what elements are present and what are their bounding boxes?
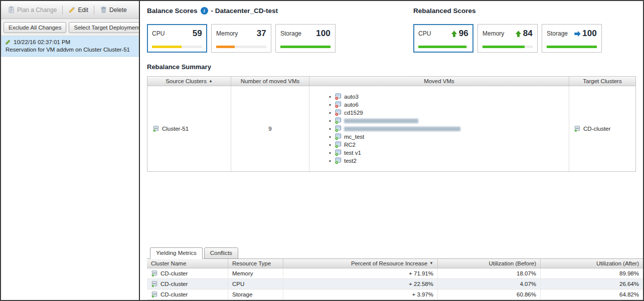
rebalanced-cpu-card[interactable]: CPU 96 (413, 24, 473, 53)
yielding-metrics-table: Cluster Name Resource Type Percent of Re… (147, 258, 643, 300)
plan-a-change-label: Plan a Change (17, 7, 57, 14)
content-spacer (140, 172, 643, 247)
toolbar-separator (62, 6, 63, 15)
cluster-name-cell: CD-cluster (147, 279, 228, 289)
column-header-target-clusters[interactable]: Target Clusters (569, 77, 635, 86)
redacted-vm-name (344, 127, 460, 131)
change-icon (5, 39, 12, 45)
score-bar-track (482, 46, 533, 48)
sidebar-toolbar: Plan a Change Edit Delete (1, 1, 139, 19)
delete-button[interactable]: Delete (96, 4, 130, 16)
arrow-up-icon (450, 30, 458, 38)
balance-storage-card[interactable]: Storage 100 (275, 24, 336, 53)
edit-label: Edit (78, 7, 88, 14)
column-header-moved-vms[interactable]: Moved VMs (309, 77, 569, 86)
rebalanced-storage-card[interactable]: Storage 100 (542, 24, 602, 53)
utilization-before-cell: 4.07% (438, 279, 541, 289)
vm-name: cd1529 (344, 110, 363, 116)
card-value: 37 (257, 29, 266, 39)
vm-name: test2 (344, 158, 357, 164)
metrics-tabs: Yielding Metrics Conflicts (140, 247, 643, 259)
balance-memory-card[interactable]: Memory 37 (211, 24, 271, 53)
resource-type-cell: CPU (228, 279, 283, 289)
score-bar (482, 46, 525, 48)
rebalanced-memory-card[interactable]: Memory 84 (477, 24, 538, 53)
column-header-moved-count[interactable]: Number of moved VMs (231, 77, 309, 86)
moved-vms-cell: • auto3 • auto6 • cd1529 (309, 86, 569, 171)
metrics-row[interactable]: CD-cluster CPU + 22.58% 4.07% 26.64% (147, 279, 643, 289)
trash-icon (100, 6, 107, 14)
card-label: Memory (482, 30, 504, 37)
card-value: 96 (459, 29, 468, 39)
percent-increase-cell: + 71.91% (283, 268, 438, 278)
rebalance-summary-table: Source Clusters ▲ Number of moved VMs Mo… (147, 76, 636, 172)
arrow-right-icon (574, 30, 581, 38)
score-bar-track (280, 46, 331, 48)
tab-yielding-metrics[interactable]: Yielding Metrics (150, 247, 203, 259)
column-header-percent-increase[interactable]: Percent of Resource Increase ▼ (283, 259, 438, 268)
card-value: 84 (523, 29, 533, 39)
vm-icon (335, 125, 342, 132)
tab-conflicts[interactable]: Conflicts (204, 247, 238, 259)
cluster-name: CD-cluster (160, 291, 188, 297)
column-header-utilization-before[interactable]: Utilization (Before) (438, 259, 541, 268)
rebalanced-score-cards: CPU 96 Memory 84 (413, 24, 602, 53)
score-bar-track (418, 46, 468, 48)
cluster-icon (151, 280, 158, 287)
plan-a-change-button[interactable]: Plan a Change (4, 4, 60, 16)
card-value: 100 (316, 29, 331, 39)
column-header-resource-type[interactable]: Resource Type (228, 259, 283, 268)
vm-name: auto6 (344, 102, 359, 108)
vm-name: RC2 (344, 142, 356, 148)
sidebar: Plan a Change Edit Delete Exclude All Ch… (1, 1, 140, 300)
vm-icon (335, 141, 342, 148)
toolbar-separator (94, 6, 94, 15)
vm-list-item: • test v1 (328, 149, 569, 157)
score-bar-track (152, 46, 202, 48)
metrics-row[interactable]: CD-cluster Memory + 71.91% 18.07% 89.98% (147, 268, 643, 279)
card-label: CPU (418, 30, 431, 37)
column-header-utilization-after[interactable]: Utilization (After) (541, 259, 643, 268)
vm-list-item-redacted: • (328, 125, 569, 133)
cluster-icon (152, 125, 159, 132)
delete-label: Delete (109, 7, 127, 14)
vm-list-item-redacted: • (328, 117, 569, 125)
percent-increase-cell: + 22.58% (283, 279, 438, 289)
cluster-name: CD-cluster (160, 270, 188, 276)
info-icon[interactable]: i (201, 7, 208, 15)
select-target-deployment-button[interactable]: Select Target Deployment Da (69, 22, 139, 33)
vm-icon (335, 133, 342, 140)
exclude-all-changes-button[interactable]: Exclude All Changes (4, 22, 66, 33)
rebalanced-scores-title: Rebalanced Scores (413, 7, 476, 15)
column-header-cluster-name[interactable]: Cluster Name (147, 259, 228, 268)
card-label: Storage (547, 30, 568, 37)
balance-cpu-card[interactable]: CPU 59 (147, 24, 207, 53)
utilization-after-cell: 89.98% (541, 268, 643, 278)
utilization-after-cell: 26.64% (541, 279, 643, 289)
vm-icon (335, 157, 342, 164)
card-label: Storage (280, 30, 301, 37)
vm-icon (335, 117, 342, 124)
moved-vm-count-cell: 9 (231, 86, 309, 171)
edit-button[interactable]: Edit (65, 4, 92, 16)
cluster-icon (151, 270, 158, 277)
summary-table-row[interactable]: Cluster-51 9 • auto3 • auto6 (147, 86, 635, 171)
sort-descending-icon: ▼ (429, 261, 433, 265)
scores-header: Balance Scores i - Datacenter_CD-test Re… (140, 6, 643, 16)
change-list-item-selected[interactable]: 10/22/16 02:37:01 PM Reservation for VM … (1, 36, 139, 57)
card-value: 59 (193, 29, 202, 39)
rebalance-summary-title: Rebalance Summary (147, 63, 643, 71)
vm-icon (335, 149, 342, 156)
score-bar (418, 46, 466, 48)
percent-increase-cell: + 3.97% (283, 289, 438, 299)
card-value: 100 (582, 29, 597, 39)
column-header-source-clusters[interactable]: Source Clusters ▲ (147, 77, 231, 86)
vm-name: test v1 (344, 150, 361, 156)
card-label: Memory (216, 30, 238, 37)
metrics-row[interactable]: CD-cluster Storage + 3.97% 60.86% 64.82% (147, 289, 643, 300)
vm-list-item: • cd1529 (328, 109, 569, 117)
score-bar-track (547, 46, 597, 48)
arrow-up-icon (515, 30, 522, 38)
cluster-icon (574, 125, 581, 132)
vm-name: auto3 (344, 94, 359, 100)
